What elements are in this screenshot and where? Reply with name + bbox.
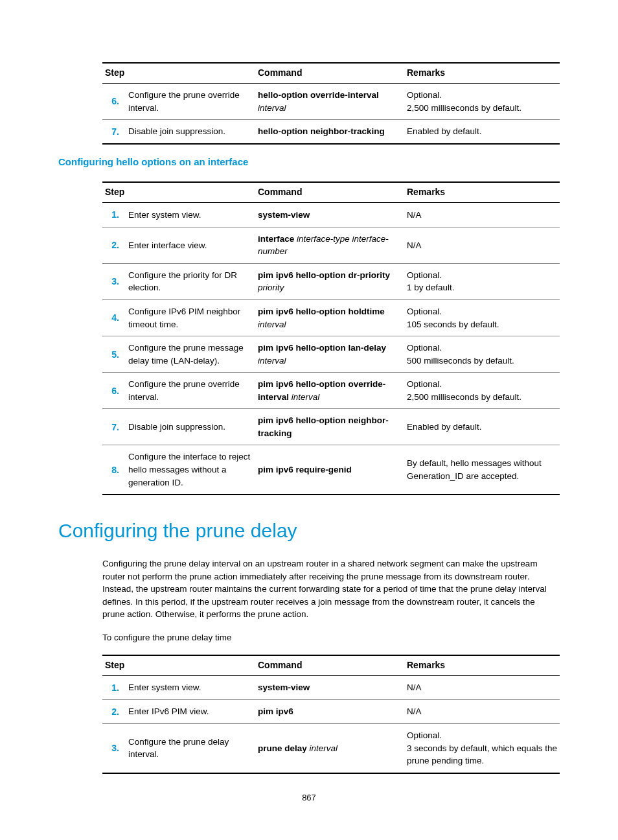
step-command: pim ipv6 hello-option override-interval … [255,373,404,409]
cmd-bold: system-view [258,210,310,220]
cmd-ital: interval [292,392,320,402]
step-desc: Configure the prune delay interval. [126,724,255,773]
step-desc: Enter interface view. [126,227,255,263]
th-step: Step [102,655,255,676]
cmd-bold: hello-option neighbor-tracking [258,126,385,136]
step-desc: Configure the prune override interval. [126,84,255,120]
paragraph: Configuring the prune delay interval on … [58,557,560,621]
step-desc: Enter system view. [126,203,255,227]
table-row: 6. Configure the prune override interval… [102,84,560,120]
step-number: 6. [102,373,126,409]
table-row: 4. Configure IPv6 PIM neighbor timeout t… [102,299,560,336]
step-number: 8. [102,445,126,495]
cmd-bold: pim ipv6 hello-option override-interval [258,379,385,402]
step-desc: Configure the interface to reject hello … [126,445,255,495]
table-row: 6. Configure the prune override interval… [102,373,560,409]
step-number: 1. [102,203,126,227]
th-command: Command [255,655,404,676]
step-number: 2. [102,699,126,723]
cmd-ital: interval [310,743,338,753]
table-row: 7. Disable join suppression. pim ipv6 he… [102,409,560,445]
step-number: 1. [102,675,126,699]
step-number: 3. [102,724,126,773]
table-row: 1. Enter system view. system-view N/A [102,203,560,227]
step-command: pim ipv6 require-genid [255,445,404,495]
step-remarks: N/A [404,203,560,227]
remark-line: Enabled by default. [407,125,557,138]
step-desc: Configure the prune override interval. [126,373,255,409]
step-desc: Disable join suppression. [126,409,255,445]
cmd-bold: interface [258,234,294,244]
remark-line: Optional. [407,378,557,391]
step-command: pim ipv6 hello-option dr-priority priori… [255,263,404,299]
th-step: Step [102,63,255,84]
step-number: 2. [102,227,126,263]
cmd-bold: pim ipv6 hello-option holdtime [258,307,385,316]
table-row: 7. Disable join suppression. hello-optio… [102,120,560,145]
step-command: hello-option neighbor-tracking [255,120,404,145]
cmd-bold: pim ipv6 require-genid [258,465,352,474]
step-command: pim ipv6 hello-option neighbor-tracking [255,409,404,445]
table-row: 2. Enter IPv6 PIM view. pim ipv6 N/A [102,699,560,723]
table-prune-delay: Step Command Remarks 1. Enter system vie… [102,655,560,774]
cmd-bold: pim ipv6 hello-option neighbor-tracking [258,415,389,438]
table-row: 3. Configure the priority for DR electio… [102,263,560,299]
paragraph: To configure the prune delay time [58,631,560,644]
step-remarks: Enabled by default. [404,120,560,145]
step-remarks: By default, hello messages without Gener… [404,445,560,495]
table-row: 5. Configure the prune message delay tim… [102,336,560,373]
step-number: 7. [102,120,126,145]
cmd-bold: pim ipv6 [258,706,293,716]
section-heading-prune-delay: Configuring the prune delay [58,520,560,542]
cmd-ital: interval [258,356,286,366]
step-desc: Enter IPv6 PIM view. [126,699,255,723]
step-desc: Configure the priority for DR election. [126,263,255,299]
step-number: 4. [102,299,126,336]
remark-line: Optional. [407,729,557,742]
step-command: pim ipv6 [255,699,404,723]
cmd-bold: system-view [258,682,310,692]
remark-line: Optional. [407,89,557,102]
th-remarks: Remarks [404,182,560,203]
remark-line: Optional. [407,305,557,318]
step-remarks: N/A [404,699,560,723]
cmd-ital: priority [258,283,284,292]
remark-line: Enabled by default. [407,421,557,434]
table-row: 2. Enter interface view. interface inter… [102,227,560,263]
cmd-bold: hello-option override-interval [258,90,379,100]
step-remarks: N/A [404,227,560,263]
remark-line: 2,500 milliseconds by default. [407,102,557,115]
th-command: Command [255,63,404,84]
remark-line: 1 by default. [407,281,557,294]
th-command: Command [255,182,404,203]
table-hello-interface: Step Command Remarks 1. Enter system vie… [102,181,560,495]
th-step: Step [102,182,255,203]
subheading-interface: Configuring hello options on an interfac… [58,156,560,167]
cmd-ital: interval [258,103,286,113]
step-remarks: Optional. 2,500 milliseconds by default. [404,84,560,120]
step-desc: Disable join suppression. [126,120,255,145]
step-remarks: Optional.1 by default. [404,263,560,299]
step-remarks: Optional.105 seconds by default. [404,299,560,336]
remark-line: 500 milliseconds by default. [407,355,557,368]
step-number: 6. [102,84,126,120]
th-remarks: Remarks [404,63,560,84]
step-number: 3. [102,263,126,299]
table-row: 1. Enter system view. system-view N/A [102,675,560,699]
step-command: pim ipv6 hello-option lan-delay interval [255,336,404,373]
table-row: 3. Configure the prune delay interval. p… [102,724,560,773]
table-hello-global-cont: Step Command Remarks 6. Configure the pr… [102,62,560,145]
remark-line: 3 seconds by default, which equals the p… [407,742,557,767]
th-remarks: Remarks [404,655,560,676]
step-desc: Enter system view. [126,675,255,699]
step-command: system-view [255,675,404,699]
cmd-bold: prune delay [258,743,307,753]
cmd-bold: pim ipv6 hello-option dr-priority [258,270,390,280]
step-command: pim ipv6 hello-option holdtime interval [255,299,404,336]
remark-line: 2,500 milliseconds by default. [407,391,557,404]
step-remarks: Optional.500 milliseconds by default. [404,336,560,373]
step-desc: Configure the prune message delay time (… [126,336,255,373]
step-command: interface interface-type interface-numbe… [255,227,404,263]
step-remarks: N/A [404,675,560,699]
remark-line: Optional. [407,269,557,282]
